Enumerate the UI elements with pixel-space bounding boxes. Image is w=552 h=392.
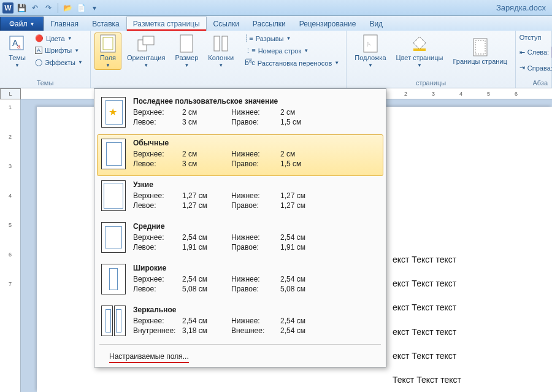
- margins-icon: [99, 34, 117, 53]
- tab-home[interactable]: Главная: [44, 17, 85, 31]
- colors-icon: 🔴: [35, 34, 44, 42]
- page-color-button[interactable]: Цвет страницы▼: [392, 33, 448, 70]
- document-title: Зарядка.docx: [496, 3, 546, 12]
- margin-desc: ШирокиеВерхнее:2,54 смНижнее:2,54 смЛево…: [133, 264, 379, 294]
- svg-rect-6: [143, 36, 154, 45]
- page-borders-icon: [471, 38, 489, 56]
- group-label-page-setup: [94, 78, 342, 86]
- tab-review[interactable]: Рецензирование: [293, 17, 363, 31]
- svg-text:a: a: [17, 43, 21, 50]
- margins-dropdown: ★Последнее пользовательское значениеВерх…: [94, 88, 386, 367]
- group-page-setup: Поля▼ Ориентация▼ Размер▼ Колонки▼ ┊≡Раз…: [91, 31, 347, 88]
- margin-option-1[interactable]: ОбычныеВерхнее:2 смНижнее:2 смЛевое:3 см…: [97, 134, 383, 176]
- margin-title: Широкие: [133, 264, 379, 272]
- theme-effects-button[interactable]: ◯Эффекты▼: [32, 56, 86, 68]
- svg-rect-8: [214, 36, 220, 51]
- margin-option-5[interactable]: ЗеркальноеВерхнее:2,54 смНижнее:2,54 смВ…: [94, 301, 386, 343]
- indent-left-icon: ⇤: [519, 48, 525, 56]
- word-app-icon: W: [2, 2, 13, 13]
- ribbon-tabs: Файл▼ Главная Вставка Разметка страницы …: [0, 16, 552, 31]
- group-label-page-bg: страницы: [350, 78, 512, 86]
- columns-icon: [212, 34, 230, 53]
- margin-thumb-icon: [101, 139, 126, 169]
- group-label-themes: Темы: [4, 78, 86, 86]
- open-icon[interactable]: 📂: [62, 2, 73, 13]
- margin-desc: ЗеркальноеВерхнее:2,54 смНижнее:2,54 смВ…: [133, 306, 379, 336]
- quick-access-toolbar: 💾 ↶ ↷ 📂 📄 ▾: [16, 2, 100, 13]
- page-borders-button[interactable]: Границы страниц: [448, 33, 511, 70]
- svg-rect-7: [180, 35, 193, 52]
- margin-option-0[interactable]: ★Последнее пользовательское значениеВерх…: [94, 93, 386, 134]
- tab-references[interactable]: Ссылки: [207, 17, 246, 31]
- hyphenation-button[interactable]: b͞ªcРасстановка переносов▼: [242, 57, 342, 69]
- svg-rect-12: [413, 48, 426, 51]
- themes-button[interactable]: Aa Темы▼: [4, 33, 31, 70]
- effects-icon: ◯: [35, 58, 42, 66]
- margin-option-3[interactable]: СредниеВерхнее:2,54 смНижнее:2,54 смЛево…: [94, 218, 386, 259]
- group-label-spacing-cut: Абза: [519, 78, 548, 86]
- theme-colors-button[interactable]: 🔴Цвета▼: [32, 33, 86, 44]
- redo-icon[interactable]: ↷: [43, 2, 54, 13]
- orientation-button[interactable]: Ориентация▼: [123, 33, 169, 70]
- undo-icon[interactable]: ↶: [29, 2, 40, 13]
- theme-fonts-button[interactable]: AШрифты▼: [32, 45, 86, 56]
- line-numbers-icon: ⋮≡: [245, 47, 255, 55]
- group-indent: Отступ ⇤ Слева: ▲▼ ⇥ Справа: ▲▼ Абза: [516, 31, 552, 88]
- indent-right-icon: ⇥: [519, 64, 525, 72]
- margin-title: Узкие: [133, 180, 379, 189]
- hyphenation-icon: b͞ªc: [245, 59, 255, 67]
- margin-option-2[interactable]: УзкиеВерхнее:1,27 смНижнее:1,27 смЛевое:…: [94, 176, 386, 218]
- margin-title: Зеркальное: [133, 306, 379, 314]
- margin-desc: Последнее пользовательское значениеВерхн…: [133, 97, 379, 128]
- group-page-background: A Подложка▼ Цвет страницы▼ Границы стран…: [347, 31, 516, 88]
- margin-title: Средние: [133, 222, 379, 231]
- line-numbers-button[interactable]: ⋮≡Номера строк▼: [242, 45, 342, 56]
- qat-sep: [58, 3, 58, 13]
- tab-page-layout[interactable]: Разметка страницы: [126, 17, 207, 31]
- watermark-button[interactable]: A Подложка▼: [350, 33, 390, 70]
- size-icon: [177, 34, 196, 53]
- indent-right-label: Справа:: [527, 64, 552, 72]
- tab-file[interactable]: Файл▼: [0, 17, 44, 31]
- page-color-icon: [410, 34, 429, 53]
- margin-desc: УзкиеВерхнее:1,27 смНижнее:1,27 смЛевое:…: [133, 180, 379, 211]
- margin-thumb-icon: ★: [101, 97, 126, 128]
- save-icon[interactable]: 💾: [16, 2, 27, 13]
- svg-rect-9: [222, 36, 228, 51]
- margin-thumb-icon: [101, 306, 126, 336]
- indent-title: Отступ: [519, 33, 548, 42]
- ruler-corner[interactable]: L: [0, 88, 21, 99]
- group-themes: Aa Темы▼ 🔴Цвета▼ AШрифты▼ ◯Эффекты▼ Темы: [0, 31, 91, 88]
- margins-button[interactable]: Поля▼: [94, 33, 121, 70]
- margin-desc: СредниеВерхнее:2,54 смНижнее:2,54 смЛево…: [133, 222, 379, 253]
- margin-thumb-icon: [101, 222, 126, 253]
- watermark-icon: A: [361, 34, 380, 53]
- ribbon: Aa Темы▼ 🔴Цвета▼ AШрифты▼ ◯Эффекты▼ Темы…: [0, 31, 552, 88]
- margin-option-4[interactable]: ШирокиеВерхнее:2,54 смНижнее:2,54 смЛево…: [94, 259, 386, 301]
- columns-button[interactable]: Колонки▼: [204, 33, 238, 70]
- margin-title: Последнее пользовательское значение: [133, 97, 379, 106]
- fonts-icon: A: [35, 47, 42, 54]
- breaks-icon: ┊≡: [245, 34, 253, 42]
- orientation-icon: [137, 34, 155, 53]
- qat-customize-icon[interactable]: ▾: [89, 2, 100, 13]
- themes-icon: Aa: [8, 34, 26, 53]
- indent-left-label: Слева:: [527, 48, 549, 56]
- custom-margins-button[interactable]: Настраиваемые поля...: [94, 346, 386, 367]
- margin-thumb-icon: [101, 180, 126, 211]
- margin-desc: ОбычныеВерхнее:2 смНижнее:2 смЛевое:3 см…: [133, 139, 379, 169]
- new-icon[interactable]: 📄: [75, 2, 86, 13]
- tab-insert[interactable]: Вставка: [85, 17, 126, 31]
- tab-mailings[interactable]: Рассылки: [246, 17, 293, 31]
- document-body-text: екст Текст текст екст Текст текст екст Т…: [393, 248, 461, 392]
- dropdown-separator: [99, 344, 381, 345]
- titlebar: W 💾 ↶ ↷ 📂 📄 ▾ Зарядка.docx: [0, 0, 552, 16]
- size-button[interactable]: Размер▼: [171, 33, 202, 70]
- vertical-ruler[interactable]: 1234567: [0, 99, 21, 392]
- margin-title: Обычные: [133, 139, 379, 147]
- chevron-down-icon: ▼: [30, 21, 35, 27]
- tab-view[interactable]: Вид: [362, 17, 389, 31]
- breaks-button[interactable]: ┊≡Разрывы▼: [242, 33, 342, 44]
- margin-thumb-icon: [101, 264, 126, 294]
- star-icon: ★: [109, 106, 117, 118]
